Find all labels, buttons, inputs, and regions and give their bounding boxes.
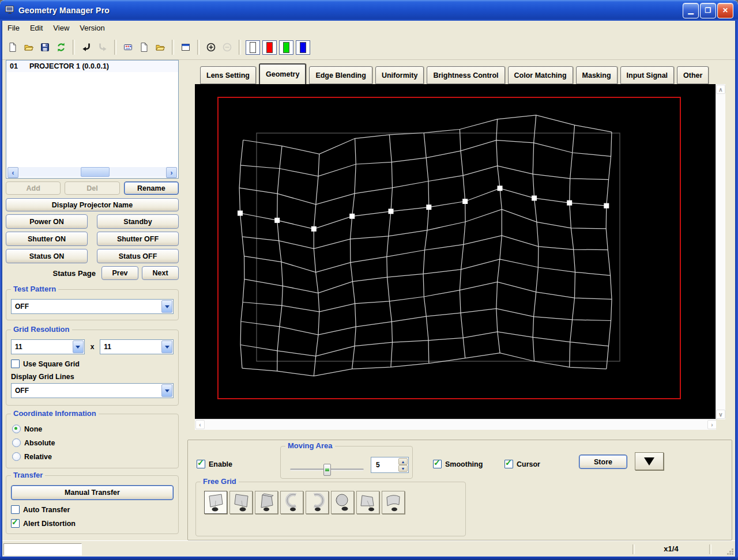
tab-other[interactable]: Other	[677, 66, 709, 84]
resize-grip[interactable]	[725, 547, 733, 555]
enable-row[interactable]: Enable	[197, 460, 232, 468]
menu-edit[interactable]: Edit	[25, 22, 48, 34]
coordinate-option-relative[interactable]: Relative	[12, 452, 172, 461]
menu-view[interactable]: View	[48, 22, 74, 34]
undo-button[interactable]	[78, 39, 95, 55]
geometry-canvas[interactable]: ∧ ∨ ‹ ›	[195, 84, 725, 430]
tab-geometry[interactable]: Geometry	[259, 63, 306, 84]
cylinder-convex-button[interactable]	[306, 491, 329, 514]
save-button[interactable]	[37, 39, 53, 55]
screen-angle-button[interactable]	[356, 491, 379, 514]
projector-list-item[interactable]: 01PROJECTOR 1 (0.0.0.1)	[6, 60, 178, 72]
smoothing-row[interactable]: Smoothing	[433, 460, 483, 468]
status-on-button[interactable]: Status ON	[6, 249, 88, 263]
smoothing-checkbox[interactable]	[433, 460, 442, 468]
moving-area-slider[interactable]	[290, 464, 364, 475]
display-grid-lines-select[interactable]: OFF	[11, 383, 174, 398]
window-button[interactable]	[178, 39, 194, 55]
grid-handle[interactable]	[498, 186, 503, 191]
scroll-left-icon[interactable]: ‹	[7, 167, 18, 178]
grid-handle[interactable]	[604, 203, 609, 209]
screen-flat-right-button[interactable]	[229, 491, 253, 514]
rename-button[interactable]: Rename	[124, 181, 179, 195]
radio-relative[interactable]	[12, 452, 21, 461]
chevron-down-icon[interactable]	[161, 340, 172, 353]
spin-up-icon[interactable]: ▲	[398, 458, 408, 465]
grid-handle[interactable]	[426, 205, 431, 210]
menu-file[interactable]: File	[2, 22, 25, 34]
zoom-out-button[interactable]	[219, 39, 235, 55]
grid-handle[interactable]	[311, 226, 317, 232]
red-swatch-button[interactable]	[262, 40, 277, 55]
refresh-button[interactable]	[53, 39, 69, 55]
standby-button[interactable]: Standby	[97, 214, 179, 229]
tab-edge-blending[interactable]: Edge Blending	[309, 66, 372, 84]
tab-masking[interactable]: Masking	[576, 66, 617, 84]
redo-button[interactable]	[95, 39, 111, 55]
scroll-right-icon[interactable]: ›	[166, 167, 177, 178]
alert-distortion-checkbox[interactable]	[11, 519, 20, 528]
radio-none[interactable]	[12, 425, 21, 433]
close-button[interactable]: ✕	[717, 3, 733, 18]
grid-h-select[interactable]: 11	[11, 339, 85, 354]
grid-v-select[interactable]: 11	[100, 339, 174, 354]
screen-curve-button[interactable]	[382, 491, 405, 514]
grid-handle[interactable]	[274, 218, 280, 223]
grid-handle[interactable]	[238, 211, 243, 216]
scroll-right-icon[interactable]: ›	[707, 420, 717, 429]
slider-thumb[interactable]	[323, 464, 331, 476]
open-folder-button[interactable]	[152, 39, 168, 55]
open-file-button[interactable]	[21, 39, 37, 55]
auto-transfer-checkbox[interactable]	[11, 505, 20, 514]
shutter-on-button[interactable]: Shutter ON	[6, 232, 88, 246]
coordinate-option-absolute[interactable]: Absolute	[12, 438, 172, 447]
new-page-button[interactable]	[136, 39, 152, 55]
test-pattern-select[interactable]: OFF	[11, 299, 174, 314]
scrollbar-track[interactable]	[18, 167, 166, 177]
grid-handle[interactable]	[532, 195, 537, 200]
auto-transfer-row[interactable]: Auto Transfer	[11, 505, 174, 514]
use-square-grid-checkbox[interactable]	[11, 360, 20, 368]
power-on-button[interactable]: Power ON	[6, 214, 88, 229]
cursor-checkbox[interactable]	[504, 460, 513, 468]
tab-color-matching[interactable]: Color Matching	[508, 66, 573, 84]
display-projector-name-button[interactable]: Display Projector Name	[6, 198, 179, 211]
store-dropdown-button[interactable]	[635, 452, 664, 470]
grid-handle[interactable]	[389, 209, 394, 214]
remote-button[interactable]	[120, 39, 136, 55]
screen-tilt-button[interactable]	[255, 491, 278, 514]
menu-version[interactable]: Version	[74, 22, 110, 34]
grid-handle[interactable]	[462, 199, 468, 204]
next-button[interactable]: Next	[142, 266, 179, 280]
tab-input-signal[interactable]: Input Signal	[620, 66, 675, 84]
maximize-button[interactable]: ❐	[700, 3, 716, 18]
grid-handle[interactable]	[349, 214, 355, 219]
cursor-row[interactable]: Cursor	[504, 460, 540, 468]
chevron-down-icon[interactable]	[73, 340, 84, 353]
moving-area-spinner[interactable]: 5 ▲ ▼	[371, 457, 409, 473]
screen-flat-left-button[interactable]	[204, 491, 227, 514]
scrollbar-thumb[interactable]	[81, 167, 110, 177]
scroll-down-icon[interactable]: ∨	[716, 410, 725, 419]
projector-list[interactable]: 01PROJECTOR 1 (0.0.0.1) ‹ ›	[6, 60, 179, 179]
tab-lens-setting[interactable]: Lens Setting	[200, 66, 256, 84]
alert-distortion-row[interactable]: Alert Distortion	[11, 519, 174, 528]
status-off-button[interactable]: Status OFF	[97, 249, 179, 263]
cylinder-concave-button[interactable]	[280, 491, 303, 514]
chevron-down-icon[interactable]	[161, 384, 172, 397]
manual-transfer-button[interactable]: Manual Transfer	[11, 485, 174, 500]
radio-absolute[interactable]	[12, 438, 21, 447]
projector-list-hscrollbar[interactable]: ‹ ›	[7, 167, 177, 177]
use-square-grid-row[interactable]: Use Square Grid	[11, 360, 174, 368]
zoom-in-button[interactable]	[203, 39, 219, 55]
tab-brightness-control[interactable]: Brightness Control	[427, 66, 504, 84]
green-swatch-button[interactable]	[279, 40, 293, 55]
sphere-button[interactable]	[331, 491, 354, 514]
coordinate-option-none[interactable]: None	[12, 425, 172, 433]
new-file-button[interactable]	[5, 39, 21, 55]
spin-down-icon[interactable]: ▼	[398, 465, 408, 472]
enable-checkbox[interactable]	[197, 460, 205, 468]
scroll-left-icon[interactable]: ‹	[195, 420, 205, 429]
scroll-up-icon[interactable]: ∧	[716, 85, 725, 94]
grid-handle[interactable]	[567, 200, 572, 206]
